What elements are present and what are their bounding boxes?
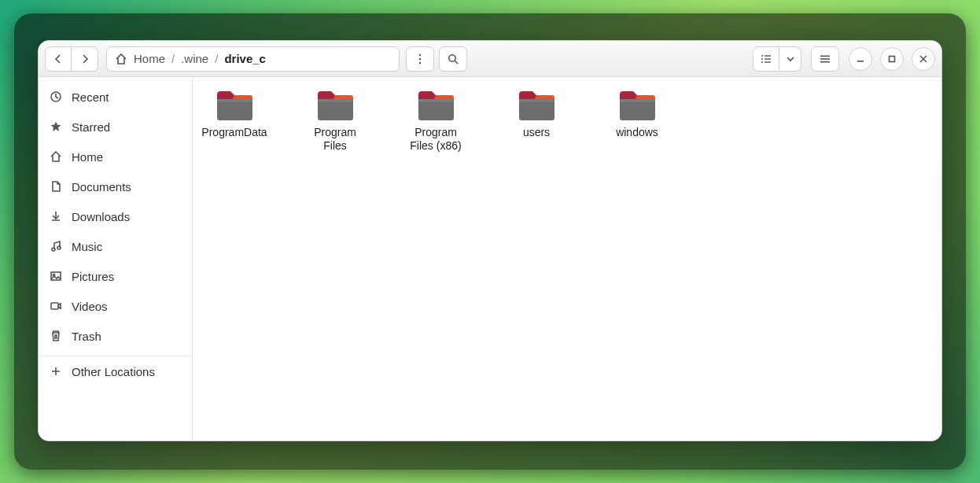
file-grid: ProgramData Program Files Program Files … [193, 77, 941, 164]
view-switcher [753, 46, 801, 72]
breadcrumb-separator: / [171, 52, 175, 65]
folder-item[interactable]: Program Files (x86) [402, 88, 470, 153]
home-icon [115, 53, 127, 65]
folder-label: ProgramData [201, 126, 267, 139]
sidebar-item-label: Trash [72, 330, 101, 343]
kebab-icon [414, 53, 426, 65]
plus-icon [50, 365, 62, 378]
sidebar-item-label: Documents [72, 180, 131, 194]
view-options-dropdown[interactable] [779, 46, 801, 72]
sidebar-item-home[interactable]: Home [39, 142, 192, 171]
sidebar-item-label: Downloads [72, 210, 130, 223]
folder-label: users [523, 126, 550, 139]
svg-rect-27 [519, 99, 554, 120]
video-icon [50, 300, 62, 312]
svg-rect-22 [217, 99, 252, 102]
folder-item[interactable]: users [503, 88, 570, 153]
sidebar-item-downloads[interactable]: Downloads [39, 201, 192, 231]
svg-rect-18 [51, 272, 61, 280]
svg-rect-25 [418, 99, 454, 120]
svg-rect-26 [418, 99, 454, 102]
sidebar-item-music[interactable]: Music [39, 231, 192, 261]
sidebar-item-pictures[interactable]: Pictures [39, 261, 192, 291]
chevron-down-icon [784, 53, 797, 65]
folder-item[interactable]: ProgramData [201, 88, 268, 153]
sidebar-item-label: Starred [72, 120, 110, 134]
sidebar: Recent Starred Home Documents Downloads [39, 77, 193, 441]
forward-button[interactable] [72, 46, 98, 72]
svg-rect-30 [620, 99, 655, 102]
sidebar-item-label: Home [72, 150, 103, 164]
back-button[interactable] [45, 46, 72, 72]
svg-point-16 [52, 248, 55, 251]
download-icon [50, 210, 62, 223]
sidebar-item-label: Recent [72, 90, 109, 104]
minimize-button[interactable] [849, 47, 872, 71]
sidebar-item-other-locations[interactable]: Other Locations [39, 356, 192, 386]
sidebar-item-trash[interactable]: Trash [39, 321, 192, 351]
picture-icon [50, 270, 62, 282]
sidebar-item-videos[interactable]: Videos [39, 291, 192, 321]
trash-icon [50, 330, 62, 342]
search-button[interactable] [439, 46, 467, 72]
sidebar-item-label: Music [72, 240, 102, 253]
svg-rect-24 [318, 99, 353, 102]
file-manager-window: Home / .wine / drive_c [38, 40, 942, 441]
sidebar-item-documents[interactable]: Documents [39, 171, 192, 201]
minimize-icon [854, 53, 867, 65]
svg-rect-13 [857, 61, 864, 62]
music-icon [50, 240, 62, 253]
path-bar[interactable]: Home / .wine / drive_c [106, 46, 400, 72]
maximize-icon [886, 53, 898, 65]
svg-rect-9 [764, 61, 771, 62]
folder-item[interactable]: windows [603, 88, 671, 153]
window-controls [844, 47, 935, 71]
svg-rect-12 [820, 61, 830, 62]
svg-rect-20 [51, 303, 58, 309]
folder-icon [617, 88, 657, 123]
breadcrumb-seg-drive-c[interactable]: drive_c [224, 52, 266, 65]
sidebar-item-recent[interactable]: Recent [39, 82, 192, 112]
folder-icon [517, 88, 556, 123]
svg-rect-14 [890, 56, 895, 61]
desktop-background: Home / .wine / drive_c [14, 13, 966, 470]
breadcrumb-home[interactable]: Home [134, 52, 165, 65]
svg-rect-29 [620, 99, 655, 120]
folder-label: Program Files (x86) [402, 126, 470, 153]
sidebar-item-starred[interactable]: Starred [39, 112, 192, 142]
folder-icon [315, 88, 355, 123]
maximize-button[interactable] [880, 47, 904, 71]
svg-point-17 [57, 246, 61, 249]
content-pane[interactable]: ProgramData Program Files Program Files … [193, 77, 941, 441]
window-body: Recent Starred Home Documents Downloads [39, 77, 941, 441]
breadcrumb-seg-wine[interactable]: .wine [181, 52, 208, 65]
svg-point-2 [419, 61, 421, 63]
svg-point-3 [449, 54, 455, 61]
svg-point-1 [419, 57, 421, 59]
list-icon [760, 53, 772, 65]
svg-rect-28 [519, 99, 554, 102]
svg-rect-21 [217, 99, 252, 120]
close-button[interactable] [912, 47, 935, 71]
folder-icon [215, 88, 254, 123]
document-icon [50, 180, 62, 193]
hamburger-icon [819, 53, 831, 65]
folder-item[interactable]: Program Files [301, 88, 369, 153]
svg-point-6 [761, 58, 763, 60]
svg-rect-11 [820, 58, 830, 60]
path-menu-button[interactable] [406, 46, 434, 72]
close-icon [917, 53, 930, 65]
chevron-left-icon [52, 53, 64, 65]
search-icon [447, 53, 459, 65]
sidebar-item-label: Other Locations [72, 365, 155, 378]
svg-rect-7 [764, 58, 771, 59]
chevron-right-icon [79, 53, 91, 65]
list-view-button[interactable] [753, 46, 779, 72]
svg-point-0 [419, 53, 421, 55]
hamburger-menu-button[interactable] [811, 46, 839, 72]
folder-label: Program Files [301, 126, 369, 153]
clock-icon [50, 90, 62, 103]
sidebar-item-label: Pictures [72, 270, 114, 283]
svg-point-8 [761, 61, 763, 63]
svg-point-4 [761, 55, 763, 57]
